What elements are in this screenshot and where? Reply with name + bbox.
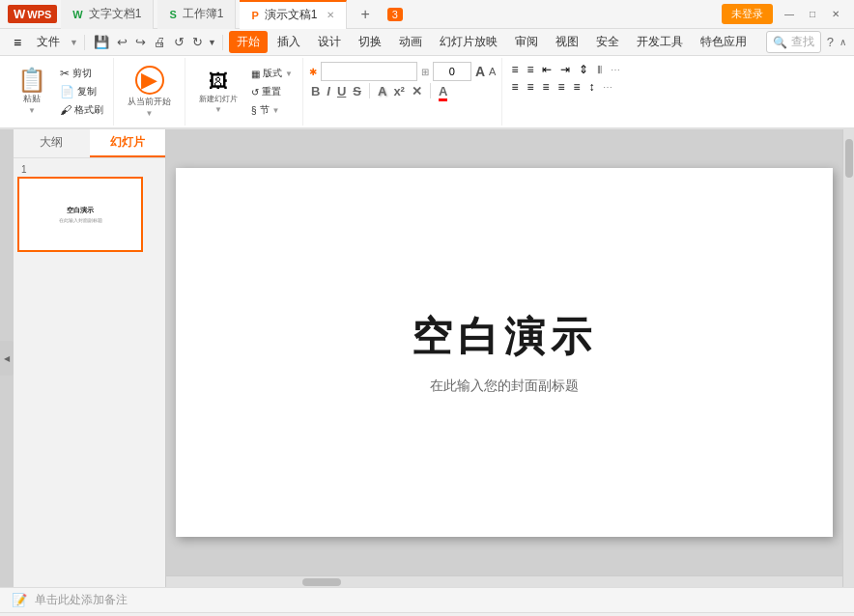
menu-security[interactable]: 安全	[588, 31, 627, 53]
new-slide-label: 新建幻灯片	[199, 94, 238, 104]
maximize-button[interactable]: □	[802, 6, 823, 23]
undo-icon[interactable]: ↩	[114, 33, 130, 51]
new-slide-dropdown-icon[interactable]: ▼	[214, 105, 222, 114]
bullet-list-button[interactable]: ≡	[508, 62, 521, 77]
number-list-button[interactable]: ≡	[524, 62, 536, 77]
new-tab-button[interactable]: +	[351, 6, 379, 23]
more-align-button[interactable]: ⋯	[600, 81, 615, 94]
search-label: 查找	[791, 34, 814, 50]
vertical-scrollbar[interactable]	[842, 129, 854, 587]
menu-devtools[interactable]: 开发工具	[629, 31, 691, 53]
close-button[interactable]: ✕	[825, 6, 846, 23]
indent-increase-button[interactable]: ⇥	[557, 62, 573, 77]
tab-document1[interactable]: W 文字文档1	[61, 0, 154, 29]
copy-button[interactable]: 📄 复制	[56, 83, 107, 100]
justify-button[interactable]: ≡	[555, 79, 567, 95]
slide-thumbnail-1[interactable]: 空白演示 在此输入封面副标题	[17, 177, 143, 252]
slide-canvas[interactable]: 空白演示 在此输入您的封面副标题	[176, 168, 833, 537]
print-icon[interactable]: 🖨	[151, 33, 169, 51]
wps-logo[interactable]: W WPS	[8, 5, 57, 23]
superscript-button[interactable]: x²	[391, 84, 407, 98]
toolbar-main-row: 📋 粘贴 ▼ ✂ 剪切 📄 复制 🖌 格式刷	[0, 56, 854, 127]
help-button[interactable]: ?	[827, 35, 834, 49]
columns-button[interactable]: ⫴	[594, 62, 605, 77]
notes-bar[interactable]: 📝 单击此处添加备注	[0, 587, 854, 612]
indent-decrease-button[interactable]: ⇤	[539, 62, 555, 77]
paste-dropdown-icon[interactable]: ▼	[28, 106, 36, 115]
login-button[interactable]: 未登录	[722, 4, 773, 24]
menu-design[interactable]: 设计	[310, 31, 349, 53]
strikethrough-button[interactable]: S	[351, 84, 363, 98]
bold-button[interactable]: B	[309, 84, 322, 98]
collapse-icon[interactable]: ∧	[840, 37, 846, 47]
tab2-label: 工作簿1	[183, 6, 224, 22]
redo2-icon[interactable]: ↻	[189, 33, 206, 51]
font-name-input-area[interactable]	[321, 62, 417, 81]
menu-view[interactable]: 视图	[548, 31, 586, 53]
reset-icon: ↺	[251, 87, 259, 98]
distribute-button[interactable]: ≡	[570, 79, 583, 95]
redo-icon[interactable]: ↪	[132, 33, 149, 51]
start-from-label: 从当前开始	[128, 96, 171, 108]
font-color-button[interactable]: A	[437, 84, 449, 98]
line-spacing-button[interactable]: ↕	[585, 79, 597, 95]
statusbar: 幻灯片 1/1 Office 主题 ≡ ⊞ ▣ ▶ — + 51% ⊞	[0, 612, 854, 616]
start-dropdown-icon[interactable]: ▼	[146, 109, 154, 118]
tab3-close-icon[interactable]: ✕	[327, 10, 334, 20]
notes-icon: 📝	[12, 593, 27, 607]
menu-file[interactable]: 文件	[29, 31, 68, 53]
titlebar: W WPS W 文字文档1 S 工作簿1 P 演示文稿1 ✕ + 3 未登录 —…	[0, 0, 854, 29]
paste-button[interactable]: 📋 粘贴 ▼	[10, 63, 54, 121]
section-button[interactable]: § 节 ▼	[247, 101, 297, 119]
menu-special[interactable]: 特色应用	[693, 31, 754, 53]
start-slideshow-button[interactable]: ▶ 从当前开始 ▼	[120, 63, 179, 121]
ribbon-toolbar: 📋 粘贴 ▼ ✂ 剪切 📄 复制 🖌 格式刷	[0, 56, 854, 129]
horizontal-scrollbar[interactable]	[166, 575, 842, 587]
tab2-icon: S	[169, 9, 176, 20]
underline-button[interactable]: U	[335, 84, 348, 98]
save-icon[interactable]: 💾	[91, 33, 112, 51]
clear-format-button[interactable]: ✕	[410, 84, 424, 98]
search-box[interactable]: 🔍 查找	[766, 31, 821, 53]
dropdown-icon[interactable]: ▼	[208, 38, 216, 47]
paste-group: 📋 粘贴 ▼ ✂ 剪切 📄 复制 🖌 格式刷	[4, 58, 114, 126]
reset-button[interactable]: ↺ 重置	[247, 83, 297, 100]
font-size-input[interactable]	[433, 62, 471, 81]
cut-button[interactable]: ✂ 剪切	[56, 65, 107, 82]
new-slide-button[interactable]: 🖼 新建幻灯片 ▼	[191, 63, 245, 121]
align-left-button[interactable]: ≡	[508, 79, 521, 95]
list-buttons-row: ≡ ≡ ⇤ ⇥ ⇕ ⫴ ⋯	[508, 62, 623, 77]
fmt-separator2	[430, 83, 431, 98]
menu-switch[interactable]: 切换	[351, 31, 389, 53]
font-color-A: A	[439, 84, 447, 101]
menu-insert[interactable]: 插入	[270, 31, 308, 53]
font-size-large-btn[interactable]: A	[475, 64, 485, 79]
copy-icon: 📄	[60, 85, 74, 98]
slides-panel: 大纲 幻灯片 1 空白演示 在此输入封面副标题	[14, 129, 166, 587]
menu-home[interactable]: 开始	[229, 31, 268, 53]
more-para-button[interactable]: ⋯	[608, 64, 623, 76]
h-scroll-thumb[interactable]	[302, 578, 341, 586]
menu-slideshow[interactable]: 幻灯片放映	[432, 31, 505, 53]
align-right-button[interactable]: ≡	[539, 79, 552, 95]
align-center-button[interactable]: ≡	[524, 79, 536, 95]
format-brush-button[interactable]: 🖌 格式刷	[56, 101, 107, 119]
minimize-button[interactable]: —	[779, 6, 800, 23]
menu-review[interactable]: 审阅	[507, 31, 546, 53]
tab-spreadsheet1[interactable]: S 工作簿1	[157, 0, 236, 29]
shadow-button[interactable]: A	[376, 84, 388, 98]
font-size-small-btn[interactable]: A	[489, 66, 496, 77]
text-direction-button[interactable]: ⇕	[576, 62, 591, 77]
layout-button[interactable]: ▦ 版式 ▼	[247, 65, 297, 82]
menu-animation[interactable]: 动画	[391, 31, 430, 53]
menu-hamburger-icon[interactable]: ≡	[8, 33, 27, 52]
italic-button[interactable]: I	[325, 84, 332, 98]
undo2-icon[interactable]: ↺	[171, 33, 187, 51]
tab3-label: 演示文稿1	[265, 7, 318, 23]
outline-tab[interactable]: 大纲	[14, 129, 90, 157]
tab-presentation1[interactable]: P 演示文稿1 ✕	[240, 0, 347, 29]
slides-tab[interactable]: 幻灯片	[90, 129, 166, 157]
sidebar-toggle-button[interactable]: ◀	[0, 341, 14, 376]
v-scroll-thumb[interactable]	[845, 139, 853, 178]
reset-label: 重置	[262, 85, 281, 98]
